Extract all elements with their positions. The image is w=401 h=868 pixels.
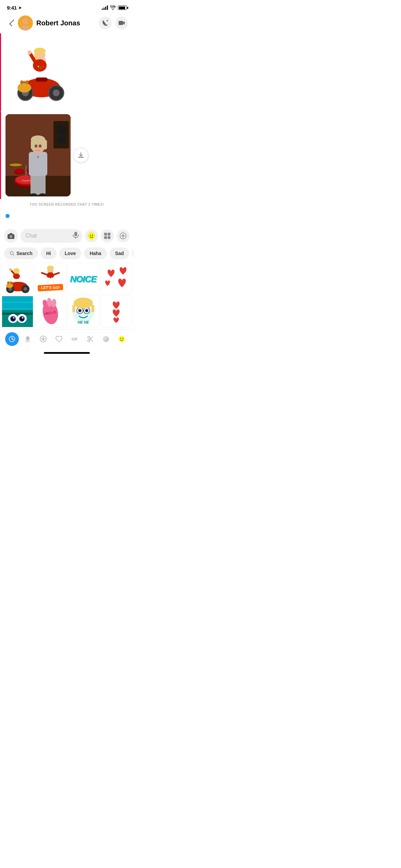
tab-recent[interactable] — [5, 332, 19, 346]
contact-name: Robert Jonas — [36, 19, 99, 27]
svg-rect-57 — [78, 157, 84, 158]
filter-pill-yay[interactable]: Yay — [132, 248, 134, 259]
svg-point-43 — [10, 164, 22, 166]
svg-point-94 — [47, 266, 54, 270]
camera-button[interactable] — [4, 229, 18, 243]
svg-point-83 — [24, 287, 27, 291]
svg-point-53 — [35, 145, 37, 148]
tab-favorites[interactable] — [52, 332, 66, 346]
svg-point-88 — [7, 281, 9, 284]
download-button[interactable] — [73, 148, 88, 163]
svg-point-134 — [79, 310, 81, 312]
header-actions — [99, 16, 128, 29]
sticker-scooter-image — [5, 35, 74, 110]
svg-point-91 — [9, 268, 12, 271]
tab-scissors[interactable] — [84, 332, 97, 346]
sticker-cell-hearts-big[interactable] — [100, 263, 132, 295]
svg-point-145 — [26, 337, 29, 340]
search-pill[interactable]: Search — [4, 248, 38, 259]
new-message-indicator — [5, 214, 10, 218]
svg-rect-70 — [108, 236, 110, 239]
svg-rect-68 — [108, 233, 110, 236]
tab-gif[interactable]: GIF — [68, 332, 82, 346]
chat-placeholder: Chat — [25, 233, 37, 239]
sticker-cell-hello[interactable]: HELLO — [34, 296, 66, 328]
filter-pills: Search Hi Love Haha Sad Yay — [0, 245, 134, 261]
svg-point-28 — [42, 66, 44, 67]
svg-text:LET'S GO!: LET'S GO! — [41, 286, 60, 290]
sticker-cell-eyes[interactable] — [1, 296, 34, 328]
filter-pill-love[interactable]: Love — [59, 248, 82, 259]
wifi-icon — [110, 5, 116, 10]
sticker-cell-scooter[interactable] — [1, 263, 34, 295]
svg-rect-106 — [101, 263, 132, 294]
studio-photo: Cluyano — [5, 114, 71, 196]
svg-rect-61 — [10, 233, 12, 234]
svg-text:HE HE: HE HE — [77, 320, 89, 324]
avatar[interactable] — [18, 15, 33, 31]
svg-point-27 — [40, 67, 41, 69]
filter-pill-hi[interactable]: Hi — [41, 248, 57, 259]
svg-point-64 — [88, 232, 95, 239]
more-options-button[interactable] — [117, 229, 130, 242]
svg-point-119 — [13, 317, 15, 319]
tab-sticker-pack[interactable] — [99, 332, 113, 346]
svg-text:Cluyano: Cluyano — [22, 179, 31, 182]
nav-header: Robert Jonas — [0, 13, 134, 33]
svg-rect-146 — [25, 340, 30, 342]
search-pill-label: Search — [16, 251, 33, 256]
svg-point-7 — [34, 48, 46, 55]
tab-bitmoji[interactable] — [21, 332, 35, 346]
svg-point-60 — [10, 236, 12, 238]
svg-point-24 — [20, 80, 23, 84]
sticker-cell-hearts-sm[interactable] — [100, 296, 132, 328]
svg-rect-52 — [42, 140, 47, 149]
video-call-button[interactable] — [115, 16, 128, 29]
svg-rect-13 — [36, 77, 48, 82]
svg-rect-32 — [56, 124, 66, 135]
tab-add[interactable] — [36, 332, 50, 346]
chat-input[interactable]: Chat — [21, 229, 82, 243]
mic-button[interactable] — [73, 231, 79, 240]
svg-point-1 — [22, 18, 28, 24]
svg-line-75 — [13, 254, 14, 256]
back-button[interactable] — [5, 17, 18, 29]
sticker-cell-noice[interactable]: NOICE NOICE NOICE — [67, 263, 99, 295]
svg-text:NOICE: NOICE — [70, 274, 97, 284]
sticker-cell-hehe[interactable]: HE HE — [67, 296, 99, 328]
battery-icon — [118, 5, 127, 10]
location-icon: ➤ — [18, 5, 22, 10]
svg-rect-137 — [72, 305, 75, 312]
status-bar: 9:41 ➤ — [0, 0, 134, 13]
svg-rect-47 — [29, 152, 47, 176]
svg-point-54 — [39, 145, 41, 148]
svg-rect-4 — [5, 35, 74, 110]
sticker-pack-button[interactable] — [101, 229, 114, 242]
bottom-tabs: GIF — [0, 329, 134, 349]
svg-point-65 — [90, 235, 91, 236]
signal-bars — [102, 5, 108, 10]
svg-point-154 — [119, 336, 125, 342]
audio-call-button[interactable] — [99, 16, 112, 29]
svg-point-15 — [53, 89, 60, 96]
svg-point-120 — [22, 317, 24, 319]
svg-line-143 — [12, 339, 13, 340]
svg-point-135 — [86, 310, 88, 312]
svg-point-155 — [120, 338, 121, 339]
sticker-cell-letsgo[interactable]: LET'S GO! — [34, 263, 66, 295]
message-photo[interactable]: Cluyano — [0, 111, 134, 199]
screen-record-notice: YOU SCREEN RECORDED CHAT 2 TIMES! — [0, 199, 134, 211]
message-sticker — [0, 33, 134, 111]
tab-emoji[interactable] — [115, 332, 129, 346]
sticker-grid: LET'S GO! NOICE NOICE NOICE — [0, 261, 134, 329]
filter-pill-haha[interactable]: Haha — [84, 248, 107, 259]
emoji-button[interactable] — [85, 229, 98, 242]
svg-point-89 — [10, 281, 12, 284]
svg-point-156 — [122, 338, 123, 339]
svg-point-95 — [47, 272, 54, 278]
svg-rect-109 — [2, 303, 33, 308]
status-icons — [102, 5, 127, 10]
filter-pill-sad[interactable]: Sad — [110, 248, 130, 259]
svg-rect-67 — [104, 233, 107, 236]
input-toolbar: Chat — [0, 226, 134, 245]
